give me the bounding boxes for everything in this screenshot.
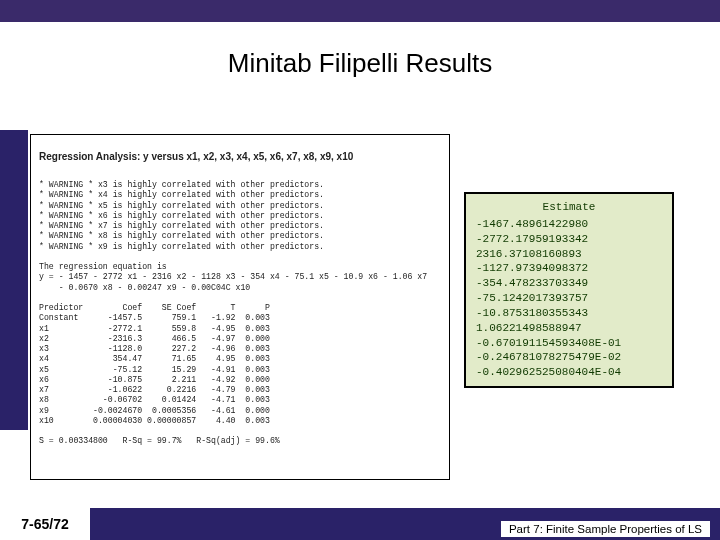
estimate-value: -1467.48961422980 [476, 217, 662, 232]
coef-row: x8 -0.06702 0.01424 -4.71 0.003 [39, 395, 270, 404]
footer: 7-65/72 Part 7: Finite Sample Properties… [0, 508, 720, 540]
warning-line: * WARNING * x7 is highly correlated with… [39, 221, 324, 230]
warning-line: * WARNING * x5 is highly correlated with… [39, 201, 324, 210]
regression-equation: y = - 1457 - 2772 x1 - 2316 x2 - 1128 x3… [39, 272, 427, 291]
warning-line: * WARNING * x4 is highly correlated with… [39, 190, 324, 199]
coef-table-header: Predictor Coef SE Coef T P [39, 303, 270, 312]
estimate-value: -0.670191154593408E-01 [476, 336, 662, 351]
estimate-panel: Estimate -1467.48961422980 -2772.1795919… [464, 192, 674, 388]
warning-line: * WARNING * x8 is highly correlated with… [39, 231, 324, 240]
coef-row: x5 -75.12 15.29 -4.91 0.003 [39, 365, 270, 374]
estimate-value: -10.8753180355343 [476, 306, 662, 321]
coef-row: Constant -1457.5 759.1 -1.92 0.003 [39, 313, 270, 322]
equation-intro: The regression equation is [39, 262, 167, 271]
estimate-value: -354.478233703349 [476, 276, 662, 291]
coef-row: x3 -1128.0 227.2 -4.96 0.003 [39, 344, 270, 353]
minitab-output-panel: Regression Analysis: y versus x1, x2, x3… [30, 134, 450, 480]
coef-row: x9 -0.0024670 0.0005356 -4.61 0.000 [39, 406, 270, 415]
estimate-value: -0.402962525080404E-04 [476, 365, 662, 380]
estimate-value: -2772.17959193342 [476, 232, 662, 247]
coef-row: x10 0.00004030 0.00000857 4.40 0.003 [39, 416, 270, 425]
coef-row: x1 -2772.1 559.8 -4.95 0.003 [39, 324, 270, 333]
estimate-value: -1127.97394098372 [476, 261, 662, 276]
estimate-header: Estimate [476, 200, 662, 215]
slide-title: Minitab Filipelli Results [0, 48, 720, 79]
coef-row: x4 354.47 71.65 4.95 0.003 [39, 354, 270, 363]
left-accent-stripe [0, 130, 28, 430]
page-number: 7-65/72 [0, 508, 90, 540]
regression-header: Regression Analysis: y versus x1, x2, x3… [39, 151, 441, 164]
estimate-value: -0.246781078275479E-02 [476, 350, 662, 365]
estimate-value: 2316.37108160893 [476, 247, 662, 262]
estimate-value: -75.1242017393757 [476, 291, 662, 306]
footer-caption: Part 7: Finite Sample Properties of LS [501, 521, 710, 537]
warning-line: * WARNING * x6 is highly correlated with… [39, 211, 324, 220]
coef-row: x7 -1.0622 0.2216 -4.79 0.003 [39, 385, 270, 394]
coef-row: x6 -10.875 2.211 -4.92 0.000 [39, 375, 270, 384]
regression-summary: S = 0.00334800 R-Sq = 99.7% R-Sq(adj) = … [39, 436, 280, 445]
coef-row: x2 -2316.3 466.5 -4.97 0.000 [39, 334, 270, 343]
warning-line: * WARNING * x9 is highly correlated with… [39, 242, 324, 251]
estimate-value: 1.06221498588947 [476, 321, 662, 336]
top-accent-bar [0, 0, 720, 22]
warning-line: * WARNING * x3 is highly correlated with… [39, 180, 324, 189]
